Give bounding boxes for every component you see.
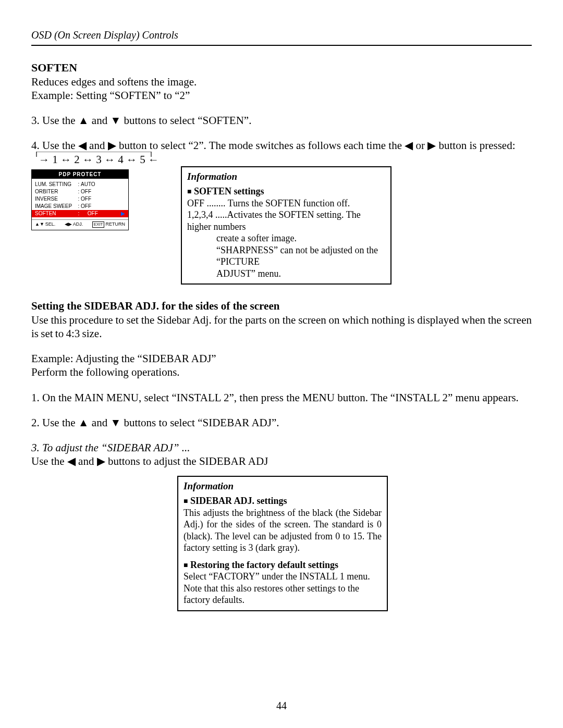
page-number: 44: [31, 699, 532, 712]
sidebar-step-3-title: 3. To adjust the “SIDEBAR ADJ” ...: [31, 441, 532, 454]
square-bullet-icon: ■: [183, 497, 188, 505]
osd-sel-value: OFF: [88, 211, 98, 216]
leftright-icon: ◀▶: [65, 221, 72, 227]
page-header: OSD (On Screen Display) Controls: [31, 29, 532, 42]
osd-value: OFF: [81, 196, 125, 203]
osd-row-image-sweep: IMAGE SWEEP : OFF: [35, 203, 125, 210]
osd-footer-return: RETURN: [105, 221, 125, 227]
info-box-soften: Information ■ SOFTEN settings OFF ......…: [181, 166, 391, 285]
info-subhead: ■ SIDEBAR ADJ. settings: [183, 495, 382, 507]
osd-row-lum: LUM. SETTING : AUTO: [35, 181, 125, 188]
info-line: “SHARPNESS” can not be adjusted on the “…: [187, 244, 385, 268]
square-bullet-icon: ■: [183, 561, 188, 569]
soften-step-4: 4. Use the ◀ and ▶ button to select “2”.…: [31, 139, 532, 152]
info-subhead: ■ Restoring the factory default settings: [183, 559, 382, 571]
soften-cycle: → 1 ↔ 2 ↔ 3 ↔ 4 ↔ 5 ←: [39, 153, 159, 166]
info-line: create a softer image.: [187, 232, 385, 244]
osd-label: LUM. SETTING: [35, 181, 77, 188]
sidebar-title: Setting the SIDEBAR ADJ. for the sides o…: [31, 299, 532, 313]
osd-colon: :: [77, 181, 81, 188]
osd-row-orbiter: ORBITER : OFF: [35, 188, 125, 195]
osd-footer: ▲▼SEL. ◀▶ADJ. EXITRETURN: [32, 219, 128, 230]
osd-value: OFF: [81, 203, 125, 210]
osd-title: PDP PROTECT: [32, 170, 128, 179]
osd-row-inverse: INVERSE : OFF: [35, 195, 125, 203]
osd-label: SOFTEN: [35, 211, 77, 217]
info-line: 1,2,3,4 .....Activates the SOFTEN settin…: [187, 209, 385, 232]
triangle-right-icon: ▶: [121, 211, 125, 217]
osd-footer-exit: EXIT: [92, 221, 105, 228]
info-subhead: ■ SOFTEN settings: [187, 186, 385, 198]
osd-footer-adj: ADJ.: [73, 221, 83, 227]
info-subtitle: SIDEBAR ADJ. settings: [190, 496, 287, 506]
sidebar-example: Example: Adjusting the “SIDEBAR ADJ”: [31, 352, 532, 365]
sidebar-perform: Perform the following operations.: [31, 365, 532, 379]
square-bullet-icon: ■: [187, 188, 191, 195]
osd-value: OFF: [81, 189, 125, 195]
info-line: OFF ........ Turns the SOFTEN function o…: [187, 198, 385, 209]
info-subtitle: SOFTEN settings: [194, 186, 264, 196]
osd-colon: :: [77, 189, 81, 195]
sidebar-desc: Use this procedure to set the Sidebar Ad…: [31, 313, 532, 341]
osd-footer-sel: SEL.: [45, 221, 56, 227]
osd-colon: :: [77, 203, 81, 210]
sidebar-step-3-body: Use the ◀ and ▶ buttons to adjust the SI…: [31, 454, 532, 468]
osd-row-soften-selected: SOFTEN : ◀ OFF ▶: [32, 210, 128, 217]
header-rule: [31, 45, 532, 46]
osd-label: IMAGE SWEEP: [35, 203, 77, 210]
updown-icon: ▲▼: [35, 221, 44, 227]
info-text: This adjusts the brightness of the black…: [183, 507, 382, 554]
info-box-sidebar: Information ■ SIDEBAR ADJ. settings This…: [177, 476, 388, 611]
osd-value: AUTO: [81, 181, 125, 188]
osd-value: ◀ OFF ▶: [81, 211, 125, 217]
osd-colon: :: [77, 196, 81, 203]
info-text: Note that this also restores other setti…: [183, 583, 382, 606]
info-line: ADJUST” menu.: [187, 268, 385, 280]
sidebar-step-2: 2. Use the ▲ and ▼ buttons to select “SI…: [31, 416, 532, 429]
osd-colon: :: [77, 211, 81, 217]
info-title: Information: [187, 170, 385, 183]
info-subtitle: Restoring the factory default settings: [190, 560, 338, 570]
osd-menu: PDP PROTECT LUM. SETTING : AUTO ORBITER …: [31, 169, 129, 231]
soften-desc-1: Reduces edges and softens the image.: [31, 75, 532, 89]
osd-label: INVERSE: [35, 196, 77, 203]
sidebar-step-1: 1. On the MAIN MENU, select “INSTALL 2”,…: [31, 391, 532, 404]
info-text: Select “FACTORY” under the INSTALL 1 men…: [183, 571, 382, 583]
soften-title: SOFTEN: [31, 60, 532, 75]
triangle-left-icon: ◀: [81, 211, 85, 216]
soften-step-3: 3. Use the ▲ and ▼ buttons to select “SO…: [31, 114, 532, 127]
info-title: Information: [183, 480, 382, 492]
osd-label: ORBITER: [35, 189, 77, 195]
soften-desc-2: Example: Setting “SOFTEN” to “2”: [31, 89, 532, 102]
